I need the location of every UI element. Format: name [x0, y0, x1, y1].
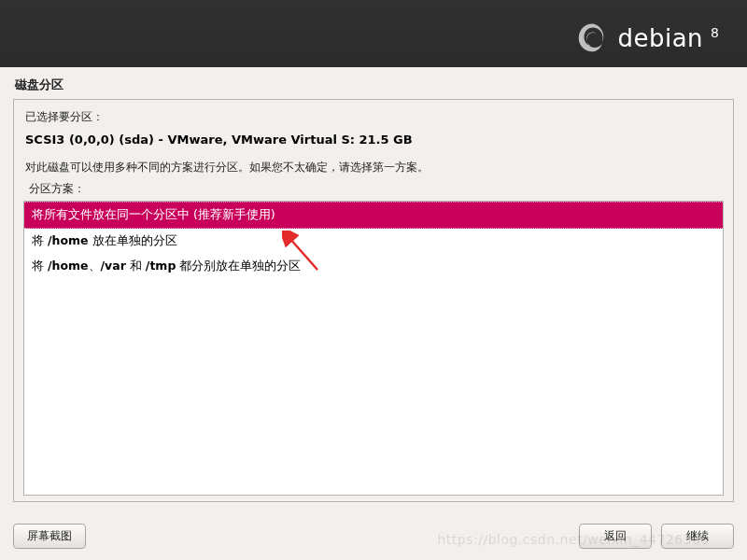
partition-option-0[interactable]: 将所有文件放在同一个分区中 (推荐新手使用) — [24, 202, 723, 229]
disk-name: SCSI3 (0,0,0) (sda) - VMware, VMware Vir… — [25, 133, 724, 147]
back-button[interactable]: 返回 — [579, 524, 652, 549]
selected-partition-label: 已选择要分区： — [25, 109, 724, 125]
header-banner: debian 8 — [0, 0, 747, 67]
debian-swirl-icon — [574, 21, 610, 56]
scheme-label: 分区方案： — [29, 181, 724, 197]
partition-option-2[interactable]: 将 /home、/var 和 /tmp 都分别放在单独的分区 — [24, 254, 723, 279]
partition-option-1[interactable]: 将 /home 放在单独的分区 — [24, 229, 723, 254]
brand-version: 8 — [711, 25, 719, 40]
footer-bar: 屏幕截图 返回 继续 — [13, 524, 734, 549]
brand-name: debian — [617, 24, 703, 52]
partition-scheme-list[interactable]: 将所有文件放在同一个分区中 (推荐新手使用)将 /home 放在单独的分区将 /… — [23, 201, 724, 496]
screenshot-button[interactable]: 屏幕截图 — [13, 524, 86, 549]
instruction-text: 对此磁盘可以使用多种不同的方案进行分区。如果您不太确定，请选择第一方案。 — [25, 160, 724, 175]
main-panel: 已选择要分区： SCSI3 (0,0,0) (sda) - VMware, VM… — [13, 99, 734, 502]
page-title: 磁盘分区 — [0, 67, 747, 99]
brand: debian 8 — [574, 21, 719, 56]
continue-button[interactable]: 继续 — [661, 524, 734, 549]
